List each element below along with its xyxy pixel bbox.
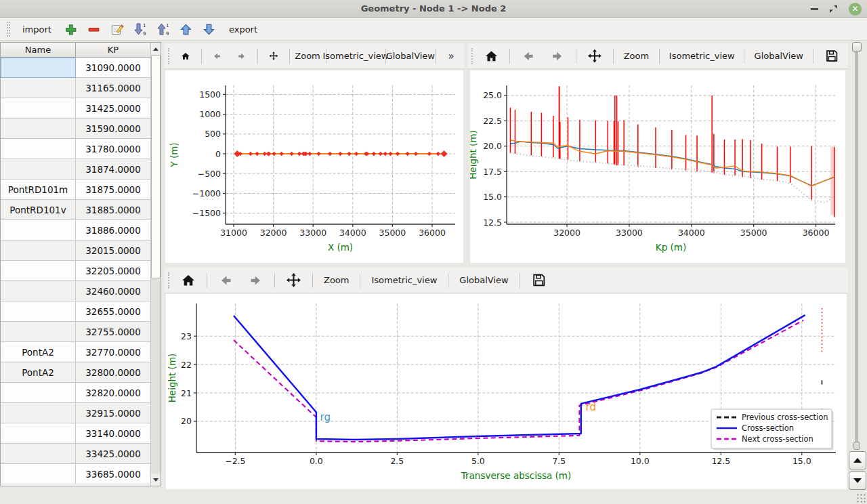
name-cell[interactable] [1,301,76,322]
toolbar-drag-handle[interactable] [7,22,10,37]
back-button[interactable] [213,271,238,290]
kp-cell[interactable]: 32820.0000 [76,383,150,403]
kp-cell[interactable]: 31165.0000 [76,78,150,98]
scrollbar-trough[interactable] [151,278,161,474]
kp-cell[interactable]: 31590.0000 [76,119,150,139]
column-header-name[interactable]: Name [1,43,76,57]
kp-cell[interactable]: 31090.0000 [76,58,150,78]
global-view-button[interactable]: GlobalView [750,47,807,66]
kp-cell[interactable]: 32915.0000 [76,403,150,423]
zoom-button[interactable]: Zoom [295,47,319,66]
close-button[interactable]: ✕ [849,3,862,16]
forward-button[interactable] [232,47,251,66]
kp-cell[interactable]: 32800.0000 [76,362,150,383]
kp-cell[interactable]: 32205.0000 [76,261,150,281]
name-cell[interactable] [1,119,76,139]
global-view-button[interactable]: GlobalView [392,47,429,66]
name-cell[interactable] [1,240,76,261]
move-down-button[interactable] [202,22,217,37]
name-cell[interactable] [1,464,76,484]
name-cell[interactable] [1,281,76,301]
maximize-button[interactable] [829,5,838,14]
sort-ascending-button[interactable]: 19 [156,22,171,37]
zoom-button[interactable]: Zoom [620,47,654,66]
name-cell[interactable]: PontA2 [1,342,76,362]
save-figure-button[interactable] [820,47,844,66]
panel-scroll-up-button[interactable] [849,451,866,469]
name-cell[interactable] [1,58,76,78]
remove-row-button[interactable] [87,22,102,37]
toolbar-drag-handle[interactable] [168,48,170,64]
pan-button[interactable] [583,47,607,66]
name-cell[interactable] [1,423,76,444]
name-cell[interactable]: PontRD101v [1,200,76,220]
back-button[interactable] [516,47,540,66]
isometric-view-button[interactable]: Isometric_view [366,271,442,290]
kp-cell[interactable]: 32755.0000 [76,322,150,342]
move-up-button[interactable] [179,22,194,37]
name-cell[interactable] [1,159,76,180]
pan-button[interactable] [264,47,283,66]
name-cell[interactable] [1,98,76,119]
name-cell[interactable]: PontRD101m [1,180,76,200]
table-scrollbar[interactable] [150,43,161,486]
kp-cell[interactable]: 31780.0000 [76,139,150,159]
name-cell[interactable] [1,403,76,423]
kp-cell[interactable]: 33685.0000 [76,464,150,484]
kp-cell[interactable]: 32015.0000 [76,240,150,261]
toolbar-drag-handle[interactable] [168,272,170,289]
name-cell[interactable]: PontA2 [1,362,76,383]
forward-button[interactable] [244,271,268,290]
name-cell[interactable] [1,383,76,403]
add-row-button[interactable] [64,22,79,37]
vertical-slider-thumb[interactable] [852,42,862,52]
vertical-slider-track[interactable] [855,43,858,444]
kp-cell[interactable]: 33140.0000 [76,423,150,444]
kp-cell[interactable]: 32655.0000 [76,301,150,322]
table-row: 33425.0000 [1,444,150,464]
toolbar-overflow-button[interactable]: » [442,47,461,66]
toolbar-drag-handle[interactable] [471,48,473,64]
column-header-kp[interactable]: KP [76,43,150,57]
name-cell[interactable] [1,220,76,240]
panel-scroll-down-button[interactable] [849,471,866,490]
name-cell[interactable] [1,139,76,159]
name-cell[interactable] [1,78,76,98]
sort-descending-button[interactable]: 19 [133,22,148,37]
kp-cell[interactable]: 31886.0000 [76,220,150,240]
plan-chart-canvas[interactable]: 310003200033000340003500036000−1500−1000… [165,70,463,263]
import-button[interactable]: import [18,22,56,37]
name-cell[interactable] [1,261,76,281]
cross-section-canvas[interactable]: −2.50.02.55.07.510.012.515.020212223Tran… [166,294,847,489]
scrollbar-thumb[interactable] [151,55,161,278]
home-button[interactable] [176,47,195,66]
scroll-up-button[interactable] [151,43,161,54]
kp-cell[interactable]: 32460.0000 [76,281,150,301]
forward-button[interactable] [546,47,570,66]
export-button[interactable]: export [225,22,261,37]
pan-button[interactable] [281,271,306,290]
name-cell[interactable] [1,444,76,464]
profile-chart-canvas[interactable]: 320003300034000350003600012.515.017.520.… [470,70,845,263]
kp-cell[interactable]: 31885.0000 [76,200,150,220]
isometric-view-button[interactable]: Isometric_view [332,47,379,66]
save-figure-button[interactable] [526,271,551,290]
home-button[interactable] [176,271,200,290]
back-button[interactable] [207,47,226,66]
kp-cell[interactable]: 31875.0000 [76,180,150,200]
isometric-view-button[interactable]: Isometric_view [666,47,738,66]
window-resize-grip[interactable] [856,493,866,503]
global-view-button[interactable]: GlobalView [454,271,513,290]
kp-cell[interactable]: 32770.0000 [76,342,150,362]
svg-text:20: 20 [181,416,192,426]
kp-cell[interactable]: 31425.0000 [76,98,150,119]
home-button[interactable] [480,47,503,66]
name-cell[interactable] [1,322,76,342]
scroll-down-button[interactable] [151,474,161,485]
table-row: 32655.0000 [1,301,150,322]
edit-button[interactable] [110,22,125,37]
zoom-button[interactable]: Zoom [319,271,354,290]
minimize-button[interactable] [811,8,818,10]
kp-cell[interactable]: 33425.0000 [76,444,150,464]
kp-cell[interactable]: 31874.0000 [76,159,150,180]
